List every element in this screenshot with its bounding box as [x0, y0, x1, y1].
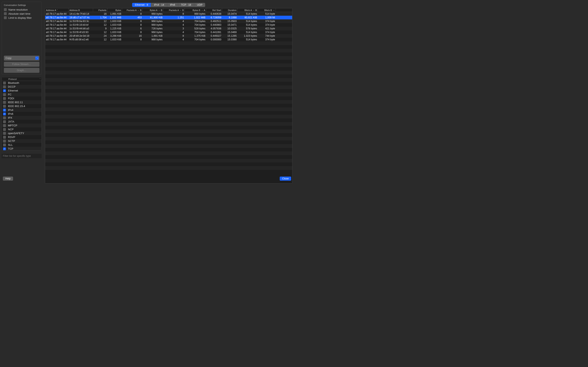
- table-row[interactable]: a0:78:17:aa:6e:4414:c1:4e:7f:b0:14161,89…: [45, 12, 292, 16]
- column-header[interactable]: Rel Start: [206, 8, 222, 12]
- table-cell: 9: [93, 27, 107, 30]
- table-cell: 0.492511: [206, 20, 222, 23]
- table-row[interactable]: a0:78:17:aa:6e:441c:53:f9:44:b8:a391,225…: [45, 27, 292, 30]
- table-cell: 16: [122, 34, 143, 37]
- tab[interactable]: IPv6: [167, 3, 178, 7]
- table-row[interactable]: a0:78:17:aa:6e:4418:d6:c7:a7:07:4c1.7041…: [45, 16, 292, 19]
- protocol-row[interactable]: Ethernet: [2, 89, 42, 92]
- table-cell: 3,266 KiB: [107, 34, 122, 37]
- protocol-list[interactable]: BluetoothDCCPEthernetFCFDDIIEEE 802.11IE…: [2, 81, 42, 150]
- table-cell: 1.704: [93, 16, 107, 19]
- protocol-row[interactable]: SLL: [2, 143, 42, 147]
- tab[interactable]: IPv4 · 14: [151, 3, 167, 7]
- protocol-label: Bluetooth: [8, 81, 19, 84]
- protocol-label: FC: [8, 93, 11, 96]
- protocol-row[interactable]: NCP: [2, 127, 42, 131]
- table-cell: 8: [122, 38, 143, 41]
- table-cell: 968 bytes: [143, 31, 163, 34]
- column-header[interactable]: Bytes: [107, 8, 122, 12]
- setting-check-2[interactable]: Limit to display filter: [2, 16, 42, 20]
- table-cell: 18:d6:c7:a7:07:4c: [69, 16, 93, 19]
- checkbox-icon: [3, 120, 6, 123]
- protocol-row[interactable]: IEEE 802.15.4: [2, 104, 42, 108]
- table-cell: 1,633 KiB: [107, 20, 122, 23]
- copy-select[interactable]: Copy ⌃⌄: [4, 56, 39, 60]
- tab[interactable]: Ethernet · 8: [132, 3, 151, 7]
- table-cell: 1,633 KiB: [107, 38, 122, 41]
- table-cell: 8: [122, 20, 143, 23]
- checkbox-icon: [3, 101, 6, 104]
- table-cell: 80,821 KiB: [237, 16, 258, 19]
- protocol-row[interactable]: IPv4: [2, 108, 42, 112]
- checkbox-icon: [3, 109, 6, 111]
- table-cell: 12: [93, 38, 107, 41]
- table-cell: 514 bytes: [237, 12, 258, 15]
- column-header[interactable]: Bytes B → A: [185, 8, 206, 12]
- table-cell: 0.445027: [206, 34, 222, 37]
- protocol-row[interactable]: Bluetooth: [2, 81, 42, 85]
- column-header[interactable]: Bits/s A → B: [237, 8, 258, 12]
- column-header[interactable]: Packets A → B: [163, 8, 185, 12]
- column-header[interactable]: Address A˄: [45, 8, 69, 12]
- column-header[interactable]: Packets A → B: [122, 8, 143, 12]
- protocol-header-label: Protocol: [7, 78, 39, 80]
- column-header[interactable]: Bits/s B →: [258, 8, 276, 12]
- protocol-row[interactable]: IPX: [2, 116, 42, 120]
- table-header[interactable]: Address A˄Address BPacketsBytesPackets A…: [45, 8, 292, 12]
- protocol-row[interactable]: MPTCP: [2, 124, 42, 127]
- close-button[interactable]: Close: [280, 176, 291, 181]
- table-cell: 15.1285: [222, 34, 237, 37]
- protocol-row[interactable]: JXTA: [2, 120, 42, 124]
- table-cell: 8: [122, 31, 143, 34]
- tab[interactable]: UDP: [194, 3, 205, 7]
- help-button[interactable]: Help: [3, 176, 13, 181]
- table-cell: 81,900 KiB: [143, 16, 163, 19]
- follow-stream-button[interactable]: Follow Stream…: [4, 62, 39, 67]
- table-cell: 3: [163, 27, 185, 30]
- table-cell: 6: [122, 27, 143, 30]
- protocol-row[interactable]: DCCP: [2, 85, 42, 89]
- table-cell: f4:f5:d8:08:e2:e6: [69, 38, 93, 41]
- graph-button[interactable]: Graph…: [4, 68, 39, 73]
- protocol-row[interactable]: FDDI: [2, 96, 42, 100]
- column-header[interactable]: Bytes A → B: [143, 8, 163, 12]
- setting-label: Limit to display filter: [8, 16, 32, 19]
- table-row[interactable]: a0:78:17:aa:6e:441c:53:f9:0a:83:3c121,63…: [45, 19, 292, 23]
- protocol-header[interactable]: Protocol ˄: [2, 77, 42, 81]
- table-cell: 12: [93, 20, 107, 23]
- table-row[interactable]: a0:78:17:aa:6e:44f4:f5:d8:08:e2:e6121,63…: [45, 38, 292, 42]
- setting-check-0[interactable]: Name resolution: [2, 8, 42, 12]
- table-cell: 968 bytes: [143, 24, 163, 26]
- tab[interactable]: TCP · 18: [178, 3, 194, 7]
- column-header[interactable]: Duration: [222, 8, 237, 12]
- copy-select-label: Copy: [6, 57, 11, 59]
- table-cell: a0:78:17:aa:6e:44: [45, 16, 69, 19]
- table-cell: 0.441091: [206, 31, 222, 34]
- column-header[interactable]: Packets: [93, 8, 107, 12]
- protocol-row[interactable]: openSAFETY: [2, 131, 42, 135]
- protocol-filter-input[interactable]: [2, 154, 42, 158]
- table-row[interactable]: a0:78:17:aa:6e:441c:53:f9:16:b0:bf121,63…: [45, 23, 292, 27]
- table-cell: 1,225 KiB: [107, 27, 122, 30]
- column-header[interactable]: Address B: [69, 8, 93, 12]
- chevron-up-icon: ˄: [39, 78, 42, 80]
- protocol-row[interactable]: FC: [2, 92, 42, 96]
- checkbox-icon: [4, 16, 7, 19]
- protocol-row[interactable]: IEEE 802.11: [2, 100, 42, 104]
- protocol-label: IPv6: [8, 112, 13, 115]
- sidebar: Conversation Settings Name resolutionAbs…: [0, 0, 43, 184]
- protocol-row[interactable]: SCTP: [2, 139, 42, 143]
- protocol-row[interactable]: IPv6: [2, 112, 42, 116]
- protocol-label: RSVP: [8, 136, 15, 139]
- table-cell: 704 bytes: [185, 20, 206, 23]
- protocol-label: Ethernet: [8, 89, 18, 92]
- protocol-label: DCCP: [8, 85, 16, 88]
- table-row[interactable]: a0:78:17:aa:6e:441c:53:f9:4f:d3:93121,63…: [45, 30, 292, 34]
- table-cell: 968 bytes: [143, 20, 163, 23]
- protocol-row[interactable]: RSVP: [2, 135, 42, 139]
- table-body[interactable]: a0:78:17:aa:6e:4414:c1:4e:7f:b0:14161,89…: [45, 12, 292, 183]
- setting-check-1[interactable]: Absolute start time: [2, 12, 42, 16]
- table-cell: 15.0474: [222, 12, 237, 15]
- table-row[interactable]: a0:78:17:aa:6e:4420:df:b9:2e:0d:19243,26…: [45, 34, 292, 38]
- protocol-row[interactable]: TCP: [2, 147, 42, 150]
